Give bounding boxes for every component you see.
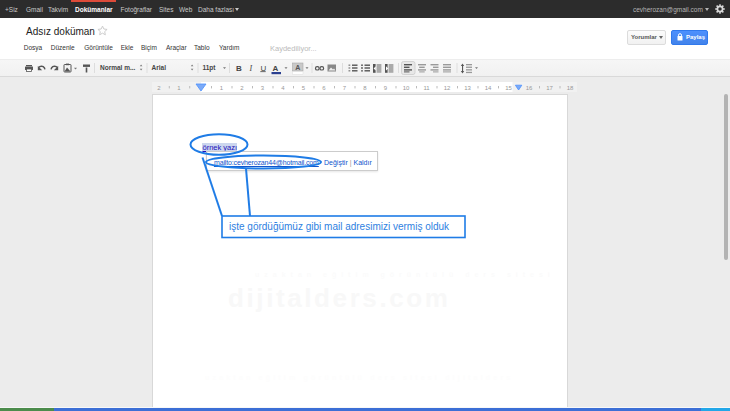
svg-text:18: 18 [567,85,574,91]
svg-text:17: 17 [546,85,553,91]
svg-text:Arial: Arial [152,64,167,71]
svg-text:Normal m...: Normal m... [100,64,136,71]
svg-text:U: U [261,64,267,73]
svg-text:A: A [295,64,300,71]
svg-text:11pt: 11pt [203,64,217,72]
svg-text:14: 14 [485,85,492,91]
svg-text:I: I [249,64,253,73]
svg-text:15: 15 [505,85,512,91]
svg-text:12: 12 [444,85,451,91]
svg-text:13: 13 [464,85,471,91]
svg-text:11: 11 [423,85,430,91]
svg-text:B: B [236,64,242,73]
svg-text:A: A [273,64,279,73]
svg-text:işte gördüğümüz gibi mail adre: işte gördüğümüz gibi mail adresimizi ver… [229,221,450,232]
svg-text:10: 10 [403,85,410,91]
svg-text:16: 16 [526,85,533,91]
